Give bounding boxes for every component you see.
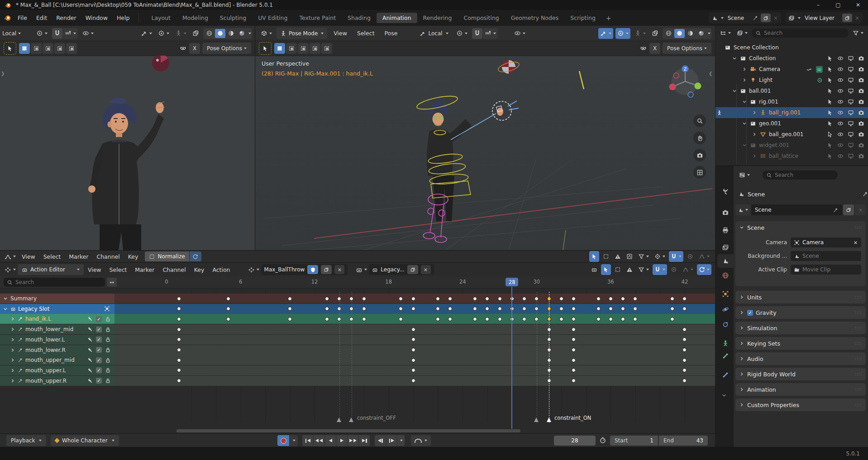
keyframe[interactable] [325,297,329,301]
eye-toggle-icon[interactable] [837,55,844,62]
sidebar-toggle-arrow[interactable]: ❮ [709,71,714,77]
mode-dropdown[interactable]: Pose Mode [277,28,327,39]
playhead-line[interactable] [511,287,512,429]
normalize-refresh-button[interactable] [190,251,201,261]
step-back-button[interactable] [375,435,386,446]
modifiers-icon[interactable] [87,357,93,363]
pin-icon[interactable] [18,327,23,332]
channel-row-mouth_lower.L[interactable]: mouth_lower.L✓ [0,335,114,345]
expand-icon[interactable] [752,153,757,159]
slot-unlink-button[interactable] [421,265,431,274]
keyframe[interactable] [473,317,477,321]
lock-closed-icon[interactable] [105,357,111,363]
cycle-aware-keying-dropdown[interactable] [697,264,711,275]
keyframe[interactable] [411,379,415,383]
workspace-tab-texture-paint[interactable]: Texture Paint [293,13,342,23]
view-layer-delete-icon[interactable] [854,15,860,21]
properties-tab-physics[interactable] [717,303,734,316]
collapse-icon[interactable] [742,121,747,126]
pin-icon[interactable] [753,15,758,21]
graph-menu-key[interactable]: Key [124,253,143,260]
expand-icon[interactable] [752,110,757,115]
monitor-toggle-icon[interactable] [848,88,854,94]
shading-wireframe-button[interactable] [663,29,674,38]
keyframe[interactable] [559,307,563,311]
panel-rigid-body-world[interactable]: Rigid Body World:::: [735,368,866,380]
photocam-toggle-icon[interactable] [858,142,864,148]
eye-toggle-icon[interactable] [837,66,844,72]
cursor-toggle-icon[interactable] [827,109,833,116]
play-button[interactable] [336,435,347,446]
overlays-dropdown[interactable] [156,28,171,39]
marker-triangle[interactable] [547,417,551,422]
modifiers-icon[interactable] [87,347,93,353]
marker-triangle[interactable] [349,417,353,422]
keyframe[interactable] [498,307,502,311]
lock-closed-icon[interactable] [105,327,111,332]
gravity-checkbox[interactable]: ✓ [747,310,753,316]
eye-toggle-icon[interactable] [837,153,844,159]
keyframe[interactable] [362,317,366,321]
shading-material-preview-button[interactable] [226,29,236,38]
photocam-toggle-icon[interactable] [858,55,864,62]
channel-enable-checkbox[interactable]: ✓ [96,337,102,342]
menu-render[interactable]: Render [52,13,81,23]
graph-menu-channel[interactable]: Channel [92,253,124,260]
auto-keying-button[interactable] [277,435,289,446]
outliner-row-Collection[interactable]: Collection [715,53,868,64]
pin-icon[interactable] [18,337,23,342]
properties-tab-data-armature[interactable] [717,337,734,350]
lock-open-icon[interactable] [105,316,111,322]
channel-enable-checkbox[interactable]: ✓ [96,327,102,332]
photocam-toggle-icon[interactable] [858,131,864,138]
filter-dropdown[interactable] [636,251,651,262]
keyframe[interactable] [436,297,440,301]
monitor-toggle-icon[interactable] [848,120,854,127]
snap-dropdown[interactable] [653,264,667,275]
keyframe[interactable] [559,317,563,321]
frame-select-button[interactable] [601,251,611,262]
dope-mode-dropdown[interactable]: Action Editor [18,264,84,275]
modifiers-icon[interactable] [87,368,93,373]
monitor-toggle-icon[interactable] [848,153,854,159]
normalize-toggle[interactable]: Normalize [145,251,189,261]
maximize-button[interactable]: ▢ [828,2,848,8]
properties-tab-object[interactable] [717,287,734,301]
snap-toggle[interactable] [52,28,62,39]
outliner-filter-dropdown[interactable] [851,28,865,38]
keying-set-button[interactable]: Whole Character [51,435,119,446]
scene-selector[interactable]: Scene [709,12,782,24]
active-tool-tweak-button[interactable] [4,42,16,55]
photocam-toggle-icon[interactable] [858,120,864,127]
active-tool-tweak-button[interactable] [259,42,272,55]
snap-toggle[interactable] [472,28,482,39]
action-datablock[interactable]: Max_BallThrow [261,264,348,275]
clear-button[interactable] [853,240,858,245]
lock-closed-icon[interactable] [105,378,111,384]
workspace-tab-shading[interactable]: Shading [342,13,377,23]
panel-gravity[interactable]: ✓Gravity:::: [735,306,866,319]
select-extend-button[interactable] [31,43,42,54]
shading-solid-button[interactable] [674,29,685,38]
channel-row-hand_ik.L[interactable]: hand_ik.L✓ [0,314,114,324]
compositor-toggle[interactable] [191,28,201,39]
action-menu-channel[interactable]: Channel [158,266,190,273]
tabs-overflow-button[interactable] [721,392,729,400]
eye-toggle-icon[interactable] [837,109,844,116]
pose-mirror-icon[interactable] [179,44,187,52]
lock-closed-icon[interactable] [105,347,111,353]
pan-button[interactable] [693,132,706,144]
action-menu-action[interactable]: Action [208,266,234,273]
outliner-row-widget-001[interactable]: widget.001 [715,140,868,151]
modifiers-icon[interactable] [87,337,93,342]
scene-name-field[interactable]: Scene [751,204,842,215]
select-intersect-button[interactable] [66,43,77,54]
action-menu-select[interactable]: Select [105,266,131,273]
collapse-icon[interactable] [732,56,737,61]
view-layer-selector[interactable]: View Layer [786,12,863,24]
keyframe[interactable] [596,307,601,311]
step-forward-button[interactable] [386,435,397,446]
minimize-button[interactable]: – [808,2,828,8]
keyframe[interactable] [226,297,230,301]
proportional-edit-button[interactable] [685,251,695,262]
